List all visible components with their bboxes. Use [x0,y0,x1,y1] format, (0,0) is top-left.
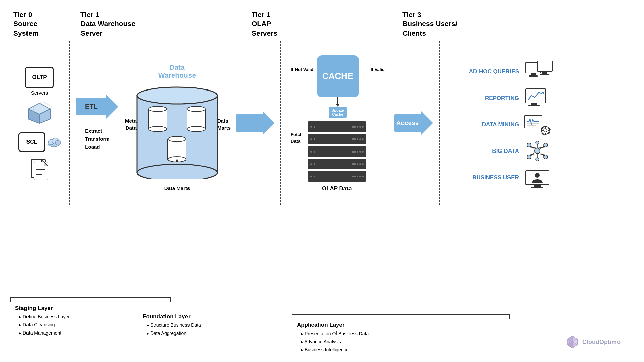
reporting-icon [524,87,551,109]
svg-marker-33 [336,104,340,107]
access-arrow: Access [394,111,433,135]
svg-point-63 [536,158,539,161]
oltp-sub: Servers [31,90,48,96]
svg-point-48 [544,129,547,132]
etl-arrow-head [106,95,118,119]
tier3-header: Tier 3 Business Users/ Clients [402,10,631,38]
divider-3 [439,41,440,205]
cloudoptimo-branding: CloudOptimo [566,335,621,349]
cube-icon [25,102,54,126]
svg-point-61 [544,155,548,159]
if-not-valid-label: If Not Valid [291,67,313,72]
datamining-label: DATA MINING [452,121,519,128]
svg-point-8 [55,140,61,145]
divider-1 [69,41,70,205]
server-unit-5 [308,171,366,182]
svg-point-23 [149,106,167,112]
foundation-brace [138,306,325,311]
oltp-box: OLTP [25,67,54,88]
svg-rect-35 [531,73,536,76]
cloudoptimo-label: CloudOptimo [582,339,621,346]
dw-to-olap-arrow [236,111,275,135]
svg-rect-42 [528,105,540,106]
staging-brace [10,297,171,302]
reporting-item: REPORTING [452,87,631,109]
tier1-olap-title: Tier 1 OLAP Servers [252,10,396,38]
svg-rect-51 [541,130,543,131]
application-layer-title: Application Layer [297,322,505,328]
dw-to-olap-body [236,114,263,132]
scl-group: SCL [18,132,61,152]
svg-rect-75 [534,185,541,187]
cache-down-arrow-head [336,104,340,107]
svg-point-24 [149,126,167,132]
svg-point-62 [536,141,539,144]
etl-arrow-body: ETL [76,98,106,115]
bigdata-icon [524,140,551,162]
cloudoptimo-logo-icon [566,335,579,349]
svg-rect-22 [149,109,167,129]
svg-point-21 [137,87,217,104]
application-item-2: ▸ Advance Analysis [297,338,505,345]
application-brace [292,314,510,319]
bizuser-icon [524,167,551,188]
svg-rect-76 [531,187,543,188]
access-arrow-head [421,111,433,135]
tier3-title: Tier 3 Business Users/ Clients [402,10,631,38]
svg-rect-38 [542,71,547,74]
svg-rect-54 [548,132,551,134]
adhoc-icon [524,61,554,82]
cache-down-arrow-line [337,97,338,104]
diagram-container: Tier 0 Source System Tier 1 Data Warehou… [0,0,644,362]
svg-point-26 [187,106,205,112]
bigdata-label: BIG DATA [452,148,519,155]
datamining-item: DATA MINING [452,114,631,135]
scl-box: SCL [18,132,45,152]
adhoc-item: AD-HOC QUERIES [452,61,631,82]
datamining-icon [524,114,551,135]
tier0-header: Tier 0 Source System [13,10,70,38]
svg-rect-36 [529,75,538,77]
layers-section: Staging Layer ▸ Define Business Layer ▸ … [10,297,634,357]
bizuser-label: BUSINESS USER [452,174,519,181]
etl-arrow: ETL [76,95,118,119]
svg-rect-37 [537,61,552,71]
server-unit-4 [308,159,366,169]
update-cache-box: Update Cache [329,107,346,118]
data-warehouse-section: Data Warehouse Meta Data Data Marts [120,63,234,183]
tier1-dw-header: Tier 1 Data Warehouse Server [80,10,245,38]
olap-data-label: OLAP Data [308,185,366,192]
bizuser-item: BUSINESS USER [452,167,631,188]
foundation-brace-line [138,306,325,311]
reporting-label: REPORTING [452,95,519,102]
svg-rect-28 [168,139,186,159]
server-stack: OLAP Data [308,121,366,192]
server-unit-1 [308,121,366,132]
svg-rect-50 [545,133,546,135]
staging-brace-line [10,297,171,302]
application-brace-line [292,314,510,319]
divider-2 [280,41,281,205]
application-item-3: ▸ Business Intelligence [297,346,505,353]
cache-area: If Not Valid If Valid CACHE Update Cache [287,54,388,118]
etl-section: ETL Extract Transform Loaad [76,95,118,151]
adhoc-label: AD-HOC QUERIES [452,68,519,75]
business-section: AD-HOC QUERIES REPORTING [443,57,631,188]
olap-servers-area: Fetch Data [287,121,388,192]
tier0-title: Tier 0 Source System [13,10,70,38]
application-item-1: ▸ Presentation Of Business Data [297,330,505,337]
svg-point-27 [187,126,205,132]
data-marts-bottom-label: Data Marts [164,185,190,191]
source-system-section: OLTP Servers SCL [13,63,65,183]
olap-section: If Not Valid If Valid CACHE Update Cache [284,54,391,192]
document-icon [30,158,50,183]
tier1-dw-title: Tier 1 Data Warehouse Server [80,10,245,38]
svg-point-59 [544,143,548,147]
tier1-olap-header: Tier 1 OLAP Servers [252,10,396,38]
cache-box: CACHE [317,55,359,97]
svg-point-60 [527,155,531,159]
svg-rect-25 [187,109,206,129]
svg-point-29 [168,136,186,142]
svg-point-58 [527,143,531,147]
oltp-group: OLTP Servers [25,67,54,96]
